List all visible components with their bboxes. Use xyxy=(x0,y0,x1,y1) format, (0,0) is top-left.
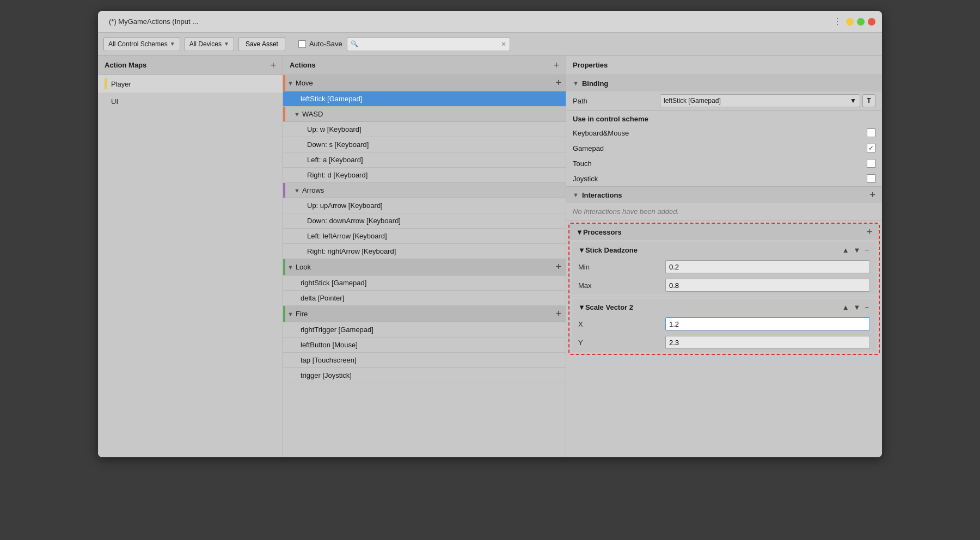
scale-vector2-triangle-icon: ▼ xyxy=(578,303,585,311)
search-clear-icon[interactable]: ✕ xyxy=(501,40,506,48)
autosave-checkbox[interactable] xyxy=(298,40,306,48)
stick-deadzone-section: ▼ Stick Deadzone ▲ ▼ − Min xyxy=(572,242,877,294)
processors-label: Processors xyxy=(583,228,622,236)
stick-deadzone-label: Stick Deadzone xyxy=(585,246,841,254)
binding-down-downarrow[interactable]: Down: downArrow [Keyboard] xyxy=(283,213,566,229)
scale-vector2-label: Scale Vector 2 xyxy=(585,303,841,311)
binding-up-uparrow[interactable]: Up: upArrow [Keyboard] xyxy=(283,198,566,213)
move-add-button[interactable]: + xyxy=(555,77,561,89)
binding-trigger-joystick[interactable]: trigger [Joystick] xyxy=(283,368,566,383)
stick-deadzone-remove-button[interactable]: − xyxy=(863,246,870,254)
ui-color-bar xyxy=(105,96,107,107)
fire-add-button[interactable]: + xyxy=(555,308,561,320)
binding-leftbutton[interactable]: leftButton [Mouse] xyxy=(283,338,566,353)
actions-title: Actions xyxy=(290,61,316,69)
composite-label-arrows: Arrows xyxy=(302,186,324,194)
actions-add-button[interactable]: + xyxy=(553,60,559,70)
window-close-btn[interactable] xyxy=(868,18,875,26)
scale-y-input[interactable] xyxy=(665,336,870,349)
binding-leftstick-gamepad[interactable]: leftStick [Gamepad] xyxy=(283,91,566,107)
binding-delta-pointer[interactable]: delta [Pointer] xyxy=(283,291,566,306)
path-t-button[interactable]: T xyxy=(862,94,875,107)
binding-down-s[interactable]: Down: s [Keyboard] xyxy=(283,137,566,152)
interactions-triangle-icon: ▼ xyxy=(573,192,579,198)
scheme-label-gamepad: Gamepad xyxy=(573,144,867,152)
action-group-fire[interactable]: ▼ Fire + xyxy=(283,306,566,322)
scheme-checkbox-touch[interactable] xyxy=(867,159,875,168)
binding-right-rightarrow[interactable]: Right: rightArrow [Keyboard] xyxy=(283,244,566,259)
binding-left-leftarrow[interactable]: Left: leftArrow [Keyboard] xyxy=(283,229,566,244)
binding-label-righttrigger: rightTrigger [Gamepad] xyxy=(301,326,373,334)
binding-tap[interactable]: tap [Touchscreen] xyxy=(283,353,566,368)
action-map-label-player: Player xyxy=(111,80,131,88)
binding-righttrigger[interactable]: rightTrigger [Gamepad] xyxy=(283,322,566,338)
devices-label: All Devices xyxy=(189,40,222,48)
action-map-item-player[interactable]: Player xyxy=(98,75,283,93)
arrows-color-bar xyxy=(283,183,285,198)
use-in-scheme-label: Use in control scheme xyxy=(566,111,882,125)
window-maximize-btn[interactable] xyxy=(857,18,865,26)
main-content: Action Maps + Player UI Actions + xyxy=(98,56,882,457)
deadzone-min-input[interactable] xyxy=(665,260,870,273)
binding-label-trigger: trigger [Joystick] xyxy=(301,371,352,379)
toolbar: All Control Schemes ▼ All Devices ▼ Save… xyxy=(98,33,882,56)
stick-deadzone-up-button[interactable]: ▲ xyxy=(841,246,850,254)
window-menu-icon[interactable]: ⋮ xyxy=(833,16,842,27)
properties-panel: Properties ▼ Binding Path leftStick [Gam… xyxy=(566,56,882,457)
deadzone-max-value xyxy=(665,279,870,292)
divider xyxy=(572,297,877,297)
save-asset-button[interactable]: Save Asset xyxy=(238,37,285,51)
window-title: (*) MyGameActions (Input ... xyxy=(109,17,833,26)
devices-dropdown[interactable]: All Devices ▼ xyxy=(185,37,234,51)
scale-x-value xyxy=(665,317,870,330)
scale-vector2-header: ▼ Scale Vector 2 ▲ ▼ − xyxy=(572,299,877,315)
binding-rightstick-gamepad[interactable]: rightStick [Gamepad] xyxy=(283,275,566,291)
actions-panel-header: Actions + xyxy=(283,56,566,75)
action-group-label-move: Move xyxy=(296,79,313,87)
arrows-triangle-icon: ▼ xyxy=(294,187,300,194)
action-group-look[interactable]: ▼ Look + xyxy=(283,259,566,275)
deadzone-max-input[interactable] xyxy=(665,279,870,292)
main-window: (*) MyGameActions (Input ... ⋮ All Contr… xyxy=(98,11,882,457)
action-maps-add-button[interactable]: + xyxy=(270,60,276,70)
binding-label-leftbutton: leftButton [Mouse] xyxy=(301,341,358,349)
composite-arrows-header[interactable]: ▼ Arrows xyxy=(283,183,566,198)
scale-vector2-up-button[interactable]: ▲ xyxy=(841,303,850,311)
scheme-label-joystick: Joystick xyxy=(573,175,867,183)
binding-label-down-downarrow: Down: downArrow [Keyboard] xyxy=(307,217,401,225)
stick-deadzone-controls: ▲ ▼ − xyxy=(841,246,870,254)
action-map-item-ui[interactable]: UI xyxy=(98,93,283,110)
scheme-checkbox-gamepad[interactable]: ✓ xyxy=(867,144,875,152)
window-minimize-btn[interactable] xyxy=(846,18,854,26)
stick-deadzone-down-button[interactable]: ▼ xyxy=(853,246,862,254)
path-label: Path xyxy=(573,97,660,105)
interactions-section: ▼ Interactions + No Interactions have be… xyxy=(566,187,882,220)
control-schemes-dropdown[interactable]: All Control Schemes ▼ xyxy=(103,37,180,51)
move-color-bar xyxy=(283,75,285,91)
scale-x-input[interactable] xyxy=(665,317,870,330)
fire-triangle-icon: ▼ xyxy=(287,311,293,317)
scale-vector2-down-button[interactable]: ▼ xyxy=(853,303,862,311)
deadzone-max-label: Max xyxy=(578,281,665,290)
interactions-section-label: Interactions xyxy=(582,191,622,199)
binding-up-w[interactable]: Up: w [Keyboard] xyxy=(283,122,566,137)
binding-right-d[interactable]: Right: d [Keyboard] xyxy=(283,168,566,183)
scheme-checkbox-keyboardmouse[interactable] xyxy=(867,128,875,137)
look-add-button[interactable]: + xyxy=(555,261,561,273)
interactions-add-button[interactable]: + xyxy=(869,189,875,201)
look-color-bar xyxy=(283,259,285,275)
scale-vector2-remove-button[interactable]: − xyxy=(863,303,870,311)
search-input[interactable] xyxy=(358,40,501,48)
wasd-color-bar xyxy=(283,107,285,121)
scale-vector2-section: ▼ Scale Vector 2 ▲ ▼ − X xyxy=(572,299,877,352)
action-group-move[interactable]: ▼ Move + xyxy=(283,75,566,91)
binding-label-left-leftarrow: Left: leftArrow [Keyboard] xyxy=(307,232,387,240)
path-dropdown[interactable]: leftStick [Gamepad] ▼ xyxy=(660,94,860,107)
wasd-triangle-icon: ▼ xyxy=(294,111,300,118)
scheme-checkbox-joystick[interactable] xyxy=(867,174,875,183)
composite-wasd-header[interactable]: ▼ WASD xyxy=(283,107,566,122)
binding-left-a[interactable]: Left: a [Keyboard] xyxy=(283,152,566,168)
processors-add-button[interactable]: + xyxy=(866,226,872,238)
action-map-label-ui: UI xyxy=(111,97,118,106)
binding-label-right-d: Right: d [Keyboard] xyxy=(307,171,367,179)
